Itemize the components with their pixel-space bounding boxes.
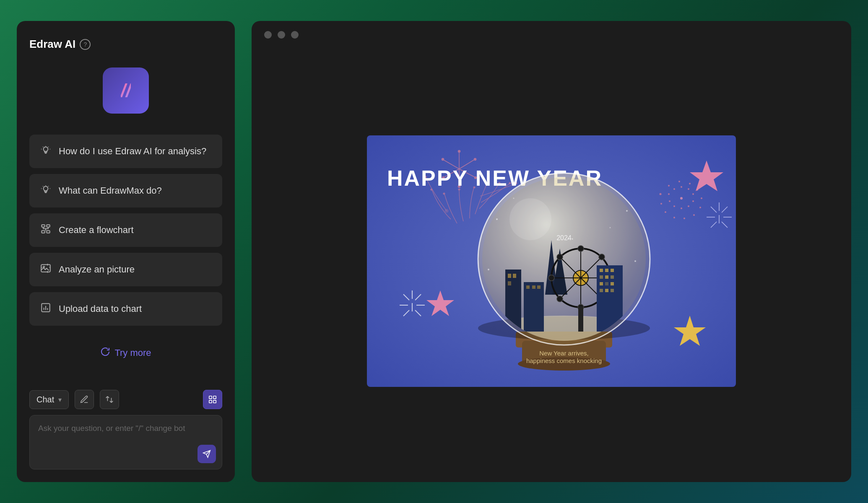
svg-point-54 bbox=[692, 200, 694, 202]
main-action-icon-btn[interactable] bbox=[203, 390, 222, 409]
right-panel: HAPPY NEW YEAR bbox=[252, 21, 851, 482]
svg-point-43 bbox=[699, 207, 701, 208]
svg-point-58 bbox=[669, 200, 670, 202]
svg-text:New Year arrives,: New Year arrives, bbox=[539, 350, 589, 357]
svg-point-21 bbox=[458, 150, 460, 153]
edit-icon-btn[interactable] bbox=[75, 390, 94, 409]
panel-header: Edraw AI ? bbox=[29, 38, 91, 51]
svg-point-53 bbox=[692, 193, 694, 195]
app-title: Edraw AI bbox=[29, 38, 75, 51]
svg-point-56 bbox=[681, 207, 682, 209]
chat-controls: Chat ▾ bbox=[29, 390, 222, 409]
svg-point-50 bbox=[673, 188, 675, 190]
svg-point-44 bbox=[693, 214, 695, 216]
menu-item-picture-label: Analyze an picture bbox=[59, 264, 135, 275]
svg-text:happiness comes knocking: happiness comes knocking bbox=[526, 357, 602, 364]
app-logo: // bbox=[121, 80, 131, 101]
window-dot-1 bbox=[264, 31, 272, 39]
refresh-icon bbox=[100, 347, 110, 359]
svg-point-55 bbox=[688, 205, 689, 207]
svg-rect-115 bbox=[600, 275, 603, 279]
svg-rect-122 bbox=[605, 289, 608, 292]
image-display: HAPPY NEW YEAR bbox=[252, 49, 851, 482]
window-dot-2 bbox=[278, 31, 285, 39]
svg-point-104 bbox=[548, 275, 554, 281]
svg-point-133 bbox=[634, 260, 636, 262]
picture-icon bbox=[40, 263, 51, 276]
svg-rect-9 bbox=[209, 396, 212, 399]
svg-point-26 bbox=[442, 158, 444, 161]
svg-rect-11 bbox=[209, 400, 212, 403]
svg-rect-12 bbox=[213, 400, 216, 403]
svg-point-47 bbox=[665, 211, 666, 213]
svg-rect-90 bbox=[524, 282, 544, 332]
svg-rect-113 bbox=[605, 269, 608, 272]
bulb-icon-2 bbox=[40, 184, 51, 197]
swap-icon-btn[interactable] bbox=[100, 390, 119, 409]
send-button[interactable] bbox=[198, 445, 216, 463]
svg-point-106 bbox=[557, 254, 563, 260]
svg-point-132 bbox=[488, 269, 489, 270]
window-dot-3 bbox=[291, 31, 299, 39]
svg-rect-91 bbox=[526, 285, 530, 289]
svg-rect-123 bbox=[611, 289, 614, 292]
svg-point-29 bbox=[443, 193, 445, 194]
menu-item-analysis[interactable]: How do I use Edraw AI for analysis? bbox=[29, 135, 222, 168]
bulb-icon-1 bbox=[40, 145, 51, 158]
chevron-down-icon: ▾ bbox=[58, 396, 62, 404]
svg-point-0 bbox=[44, 147, 48, 151]
svg-rect-120 bbox=[611, 282, 614, 285]
svg-point-59 bbox=[680, 197, 683, 200]
svg-point-52 bbox=[688, 188, 689, 190]
chat-input-placeholder: Ask your question, or enter "/" change b… bbox=[38, 424, 185, 433]
new-year-card-frame: HAPPY NEW YEAR bbox=[367, 135, 736, 387]
svg-point-1 bbox=[44, 186, 48, 191]
svg-point-126 bbox=[568, 239, 569, 240]
svg-point-38 bbox=[668, 185, 670, 187]
help-icon[interactable]: ? bbox=[80, 39, 91, 50]
menu-item-upload[interactable]: Upload data to chart bbox=[29, 292, 222, 326]
svg-point-49 bbox=[668, 193, 670, 195]
svg-rect-117 bbox=[611, 275, 614, 279]
new-year-card-svg: HAPPY NEW YEAR bbox=[367, 135, 736, 387]
window-titlebar bbox=[252, 21, 851, 49]
menu-item-flowchart[interactable]: Create a flowchart bbox=[29, 213, 222, 247]
svg-point-109 bbox=[599, 254, 605, 260]
svg-rect-10 bbox=[213, 396, 216, 399]
svg-point-42 bbox=[701, 197, 702, 199]
svg-rect-93 bbox=[537, 285, 541, 289]
menu-item-upload-label: Upload data to chart bbox=[59, 303, 142, 314]
svg-rect-116 bbox=[605, 275, 608, 279]
svg-rect-114 bbox=[611, 269, 614, 272]
svg-rect-2 bbox=[42, 225, 45, 227]
svg-point-128 bbox=[496, 218, 498, 220]
svg-point-7 bbox=[43, 266, 44, 267]
svg-point-127 bbox=[572, 239, 573, 240]
menu-item-picture[interactable]: Analyze an picture bbox=[29, 253, 222, 286]
svg-point-39 bbox=[678, 181, 680, 182]
svg-point-130 bbox=[513, 198, 515, 199]
chart-icon bbox=[40, 302, 51, 316]
svg-rect-118 bbox=[600, 282, 603, 285]
svg-point-45 bbox=[683, 218, 685, 219]
svg-point-131 bbox=[610, 227, 611, 228]
svg-rect-4 bbox=[42, 231, 45, 233]
logo-container: // bbox=[103, 67, 149, 114]
svg-rect-92 bbox=[532, 285, 535, 289]
svg-point-51 bbox=[681, 186, 682, 188]
svg-rect-3 bbox=[47, 225, 50, 227]
svg-point-36 bbox=[445, 209, 448, 213]
chat-dropdown[interactable]: Chat ▾ bbox=[29, 390, 69, 409]
flowchart-icon bbox=[40, 223, 51, 237]
svg-text:2024: 2024 bbox=[556, 234, 572, 241]
menu-item-edrawmax[interactable]: What can EdrawMax do? bbox=[29, 174, 222, 207]
chat-input-area[interactable]: Ask your question, or enter "/" change b… bbox=[29, 415, 222, 469]
try-more-button[interactable]: Try more bbox=[92, 342, 159, 363]
svg-point-37 bbox=[660, 193, 662, 195]
svg-rect-112 bbox=[600, 269, 603, 272]
left-panel: Edraw AI ? // How do I use Edraw AI for … bbox=[17, 21, 235, 482]
svg-rect-110 bbox=[578, 306, 583, 332]
svg-point-108 bbox=[557, 296, 563, 302]
svg-rect-87 bbox=[508, 274, 511, 278]
menu-item-analysis-label: How do I use Edraw AI for analysis? bbox=[59, 146, 206, 157]
